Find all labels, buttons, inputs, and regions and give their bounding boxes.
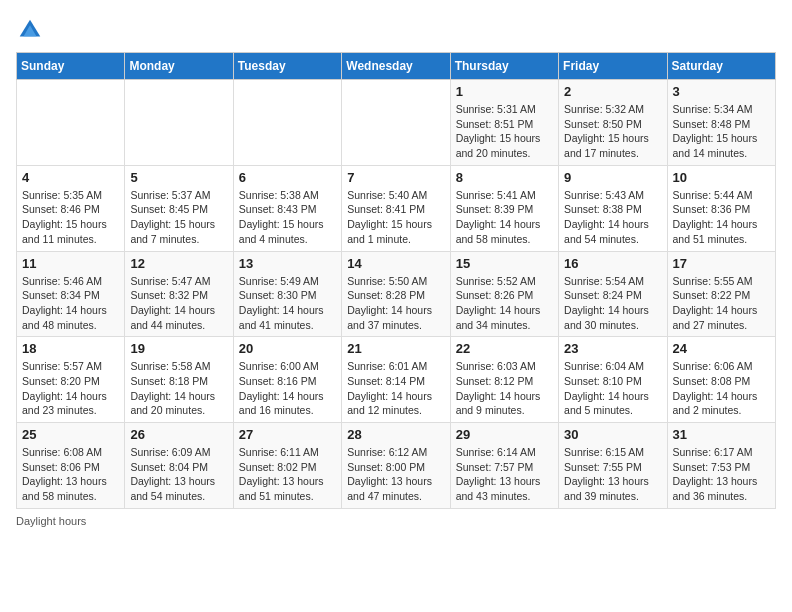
day-number: 14 <box>347 256 444 271</box>
day-number: 12 <box>130 256 227 271</box>
day-info: Sunrise: 5:31 AM Sunset: 8:51 PM Dayligh… <box>456 102 553 161</box>
day-info: Sunrise: 5:38 AM Sunset: 8:43 PM Dayligh… <box>239 188 336 247</box>
day-cell: 25Sunrise: 6:08 AM Sunset: 8:06 PM Dayli… <box>17 423 125 509</box>
day-number: 28 <box>347 427 444 442</box>
day-number: 7 <box>347 170 444 185</box>
day-number: 20 <box>239 341 336 356</box>
day-info: Sunrise: 6:12 AM Sunset: 8:00 PM Dayligh… <box>347 445 444 504</box>
day-number: 22 <box>456 341 553 356</box>
day-cell <box>125 80 233 166</box>
day-cell: 5Sunrise: 5:37 AM Sunset: 8:45 PM Daylig… <box>125 165 233 251</box>
day-cell: 31Sunrise: 6:17 AM Sunset: 7:53 PM Dayli… <box>667 423 775 509</box>
day-cell <box>342 80 450 166</box>
day-cell: 1Sunrise: 5:31 AM Sunset: 8:51 PM Daylig… <box>450 80 558 166</box>
day-cell: 7Sunrise: 5:40 AM Sunset: 8:41 PM Daylig… <box>342 165 450 251</box>
day-number: 4 <box>22 170 119 185</box>
day-cell: 10Sunrise: 5:44 AM Sunset: 8:36 PM Dayli… <box>667 165 775 251</box>
day-cell <box>233 80 341 166</box>
day-cell: 8Sunrise: 5:41 AM Sunset: 8:39 PM Daylig… <box>450 165 558 251</box>
day-info: Sunrise: 6:04 AM Sunset: 8:10 PM Dayligh… <box>564 359 661 418</box>
day-number: 19 <box>130 341 227 356</box>
day-cell: 13Sunrise: 5:49 AM Sunset: 8:30 PM Dayli… <box>233 251 341 337</box>
day-info: Sunrise: 6:15 AM Sunset: 7:55 PM Dayligh… <box>564 445 661 504</box>
day-cell: 6Sunrise: 5:38 AM Sunset: 8:43 PM Daylig… <box>233 165 341 251</box>
day-cell: 26Sunrise: 6:09 AM Sunset: 8:04 PM Dayli… <box>125 423 233 509</box>
day-number: 25 <box>22 427 119 442</box>
day-info: Sunrise: 6:09 AM Sunset: 8:04 PM Dayligh… <box>130 445 227 504</box>
day-header-wednesday: Wednesday <box>342 53 450 80</box>
day-number: 6 <box>239 170 336 185</box>
day-info: Sunrise: 5:58 AM Sunset: 8:18 PM Dayligh… <box>130 359 227 418</box>
day-header-thursday: Thursday <box>450 53 558 80</box>
day-cell: 4Sunrise: 5:35 AM Sunset: 8:46 PM Daylig… <box>17 165 125 251</box>
day-info: Sunrise: 6:11 AM Sunset: 8:02 PM Dayligh… <box>239 445 336 504</box>
day-info: Sunrise: 5:52 AM Sunset: 8:26 PM Dayligh… <box>456 274 553 333</box>
day-number: 3 <box>673 84 770 99</box>
day-header-tuesday: Tuesday <box>233 53 341 80</box>
day-number: 9 <box>564 170 661 185</box>
day-info: Sunrise: 5:43 AM Sunset: 8:38 PM Dayligh… <box>564 188 661 247</box>
day-cell <box>17 80 125 166</box>
day-number: 27 <box>239 427 336 442</box>
day-number: 21 <box>347 341 444 356</box>
day-cell: 21Sunrise: 6:01 AM Sunset: 8:14 PM Dayli… <box>342 337 450 423</box>
day-header-sunday: Sunday <box>17 53 125 80</box>
day-cell: 20Sunrise: 6:00 AM Sunset: 8:16 PM Dayli… <box>233 337 341 423</box>
day-info: Sunrise: 5:37 AM Sunset: 8:45 PM Dayligh… <box>130 188 227 247</box>
day-info: Sunrise: 5:46 AM Sunset: 8:34 PM Dayligh… <box>22 274 119 333</box>
day-number: 13 <box>239 256 336 271</box>
day-info: Sunrise: 5:57 AM Sunset: 8:20 PM Dayligh… <box>22 359 119 418</box>
day-number: 30 <box>564 427 661 442</box>
day-cell: 22Sunrise: 6:03 AM Sunset: 8:12 PM Dayli… <box>450 337 558 423</box>
day-info: Sunrise: 5:47 AM Sunset: 8:32 PM Dayligh… <box>130 274 227 333</box>
day-number: 10 <box>673 170 770 185</box>
day-info: Sunrise: 6:14 AM Sunset: 7:57 PM Dayligh… <box>456 445 553 504</box>
day-info: Sunrise: 6:00 AM Sunset: 8:16 PM Dayligh… <box>239 359 336 418</box>
day-header-saturday: Saturday <box>667 53 775 80</box>
day-cell: 12Sunrise: 5:47 AM Sunset: 8:32 PM Dayli… <box>125 251 233 337</box>
day-number: 18 <box>22 341 119 356</box>
week-row-2: 4Sunrise: 5:35 AM Sunset: 8:46 PM Daylig… <box>17 165 776 251</box>
logo <box>16 16 48 44</box>
calendar-table: SundayMondayTuesdayWednesdayThursdayFrid… <box>16 52 776 509</box>
day-number: 11 <box>22 256 119 271</box>
day-number: 2 <box>564 84 661 99</box>
day-cell: 29Sunrise: 6:14 AM Sunset: 7:57 PM Dayli… <box>450 423 558 509</box>
day-cell: 9Sunrise: 5:43 AM Sunset: 8:38 PM Daylig… <box>559 165 667 251</box>
day-number: 29 <box>456 427 553 442</box>
day-number: 26 <box>130 427 227 442</box>
page-header <box>16 16 776 44</box>
day-cell: 23Sunrise: 6:04 AM Sunset: 8:10 PM Dayli… <box>559 337 667 423</box>
day-cell: 28Sunrise: 6:12 AM Sunset: 8:00 PM Dayli… <box>342 423 450 509</box>
day-number: 23 <box>564 341 661 356</box>
day-info: Sunrise: 5:54 AM Sunset: 8:24 PM Dayligh… <box>564 274 661 333</box>
day-number: 17 <box>673 256 770 271</box>
footer-note: Daylight hours <box>16 515 776 527</box>
day-header-friday: Friday <box>559 53 667 80</box>
day-info: Sunrise: 5:50 AM Sunset: 8:28 PM Dayligh… <box>347 274 444 333</box>
day-cell: 2Sunrise: 5:32 AM Sunset: 8:50 PM Daylig… <box>559 80 667 166</box>
day-cell: 11Sunrise: 5:46 AM Sunset: 8:34 PM Dayli… <box>17 251 125 337</box>
day-number: 1 <box>456 84 553 99</box>
day-cell: 15Sunrise: 5:52 AM Sunset: 8:26 PM Dayli… <box>450 251 558 337</box>
day-cell: 27Sunrise: 6:11 AM Sunset: 8:02 PM Dayli… <box>233 423 341 509</box>
day-info: Sunrise: 6:08 AM Sunset: 8:06 PM Dayligh… <box>22 445 119 504</box>
day-cell: 24Sunrise: 6:06 AM Sunset: 8:08 PM Dayli… <box>667 337 775 423</box>
day-number: 24 <box>673 341 770 356</box>
day-cell: 14Sunrise: 5:50 AM Sunset: 8:28 PM Dayli… <box>342 251 450 337</box>
week-row-5: 25Sunrise: 6:08 AM Sunset: 8:06 PM Dayli… <box>17 423 776 509</box>
week-row-1: 1Sunrise: 5:31 AM Sunset: 8:51 PM Daylig… <box>17 80 776 166</box>
day-cell: 16Sunrise: 5:54 AM Sunset: 8:24 PM Dayli… <box>559 251 667 337</box>
day-number: 5 <box>130 170 227 185</box>
day-number: 31 <box>673 427 770 442</box>
day-info: Sunrise: 5:32 AM Sunset: 8:50 PM Dayligh… <box>564 102 661 161</box>
day-number: 16 <box>564 256 661 271</box>
day-info: Sunrise: 5:55 AM Sunset: 8:22 PM Dayligh… <box>673 274 770 333</box>
day-cell: 3Sunrise: 5:34 AM Sunset: 8:48 PM Daylig… <box>667 80 775 166</box>
day-header-monday: Monday <box>125 53 233 80</box>
week-row-4: 18Sunrise: 5:57 AM Sunset: 8:20 PM Dayli… <box>17 337 776 423</box>
day-info: Sunrise: 5:41 AM Sunset: 8:39 PM Dayligh… <box>456 188 553 247</box>
week-row-3: 11Sunrise: 5:46 AM Sunset: 8:34 PM Dayli… <box>17 251 776 337</box>
day-info: Sunrise: 5:40 AM Sunset: 8:41 PM Dayligh… <box>347 188 444 247</box>
day-info: Sunrise: 5:49 AM Sunset: 8:30 PM Dayligh… <box>239 274 336 333</box>
